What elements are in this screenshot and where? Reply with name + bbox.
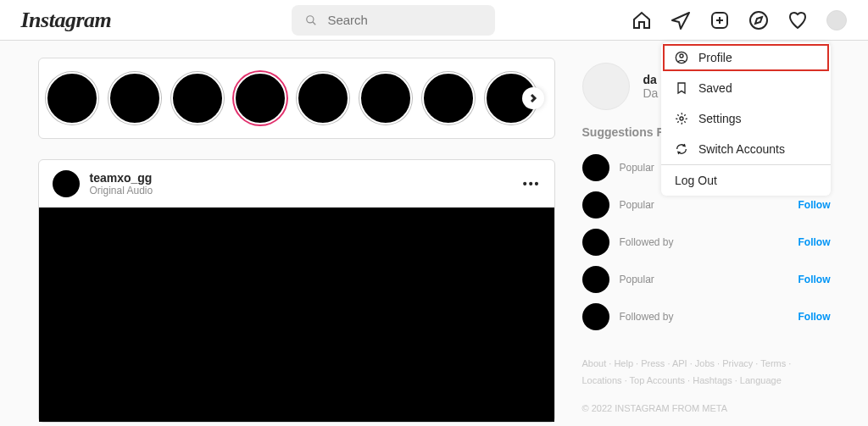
post-username[interactable]: teamxo_gg (90, 171, 153, 185)
explore-icon[interactable] (748, 10, 769, 30)
follow-button[interactable]: Follow (798, 274, 831, 285)
new-post-icon[interactable] (709, 10, 730, 30)
footer-link[interactable]: Help (614, 358, 641, 368)
follow-button[interactable]: Follow (798, 236, 831, 248)
profile-dropdown: Profile Saved Settings Switch Accounts L… (661, 42, 831, 196)
top-navigation: Instagram (0, 0, 868, 41)
gear-icon (675, 112, 688, 125)
suggestion-row: Followed by Follow (582, 298, 831, 335)
suggestion-subtext: Followed by (620, 236, 798, 248)
chevron-right-icon (529, 94, 537, 102)
footer-link[interactable]: Terms (760, 358, 791, 368)
story-circle[interactable] (171, 72, 224, 124)
suggestion-subtext: Popular (620, 199, 798, 211)
home-icon[interactable] (632, 10, 652, 30)
suggestion-avatar[interactable] (582, 229, 609, 256)
dropdown-item-profile[interactable]: Profile (661, 42, 831, 73)
story-circle[interactable] (422, 72, 475, 124)
dropdown-item-saved[interactable]: Saved (661, 73, 831, 103)
footer-links: AboutHelpPressAPIJobsPrivacyTermsLocatio… (582, 356, 831, 390)
dropdown-item-settings[interactable]: Settings (661, 103, 831, 134)
dropdown-label: Profile (698, 51, 732, 64)
footer-link[interactable]: API (672, 358, 695, 368)
feed-post: teamxo_gg Original Audio ••• (38, 159, 555, 423)
svg-point-5 (750, 12, 767, 29)
footer-link[interactable]: Jobs (695, 358, 722, 368)
suggestion-avatar[interactable] (582, 154, 609, 181)
dropdown-label: Log Out (675, 174, 717, 187)
search-icon (305, 14, 317, 27)
post-media[interactable] (39, 207, 554, 422)
post-subtitle[interactable]: Original Audio (90, 185, 153, 196)
post-author-avatar[interactable] (53, 170, 80, 197)
user-circle-icon (675, 51, 688, 64)
footer-link[interactable]: Language (740, 375, 782, 385)
stories-next-button[interactable] (522, 87, 544, 109)
bookmark-icon (675, 81, 688, 95)
suggestion-subtext: Followed by (620, 311, 798, 323)
footer-link[interactable]: About (582, 358, 615, 368)
svg-line-1 (313, 21, 316, 25)
copyright: © 2022 INSTAGRAM FROM META (582, 403, 831, 413)
refresh-icon (675, 142, 688, 156)
footer-link[interactable]: Top Accounts (630, 375, 693, 385)
messenger-icon[interactable] (670, 10, 691, 30)
activity-icon[interactable] (787, 10, 808, 30)
footer-link[interactable]: Press (641, 358, 672, 368)
dropdown-label: Saved (698, 81, 732, 95)
dropdown-item-switch[interactable]: Switch Accounts (661, 134, 831, 164)
footer-link[interactable]: Hashtags (693, 375, 740, 385)
suggestion-row: Followed by Follow (582, 224, 831, 261)
story-circle[interactable] (359, 72, 412, 124)
search-input[interactable] (327, 13, 481, 27)
suggestion-subtext: Popular (620, 274, 798, 285)
brand-logo[interactable]: Instagram (21, 8, 112, 33)
nav-icons (632, 10, 847, 30)
footer-link[interactable]: Locations (582, 375, 630, 385)
suggestion-avatar[interactable] (582, 191, 609, 219)
svg-point-9 (680, 117, 683, 120)
current-user-avatar[interactable] (582, 63, 630, 110)
suggestion-row: Popular Follow (582, 261, 831, 298)
stories-tray (38, 58, 555, 139)
svg-marker-6 (755, 17, 762, 24)
suggestion-avatar[interactable] (582, 266, 609, 293)
story-circle[interactable] (108, 72, 161, 124)
story-circle[interactable] (46, 72, 98, 124)
dropdown-label: Settings (698, 112, 742, 125)
current-displayname: Da (643, 86, 659, 100)
search-box[interactable] (292, 5, 495, 36)
dropdown-label: Switch Accounts (698, 142, 785, 156)
footer-link[interactable]: Privacy (722, 358, 760, 368)
profile-avatar-button[interactable] (826, 10, 847, 30)
svg-point-0 (307, 15, 314, 22)
current-username: da (643, 73, 659, 86)
follow-button[interactable]: Follow (798, 311, 831, 323)
dropdown-item-logout[interactable]: Log Out (661, 165, 831, 196)
suggestion-avatar[interactable] (582, 303, 609, 330)
svg-point-8 (680, 54, 683, 58)
story-circle[interactable] (234, 72, 287, 124)
story-circle[interactable] (297, 72, 349, 124)
follow-button[interactable]: Follow (798, 199, 831, 211)
post-more-button[interactable]: ••• (523, 177, 541, 191)
